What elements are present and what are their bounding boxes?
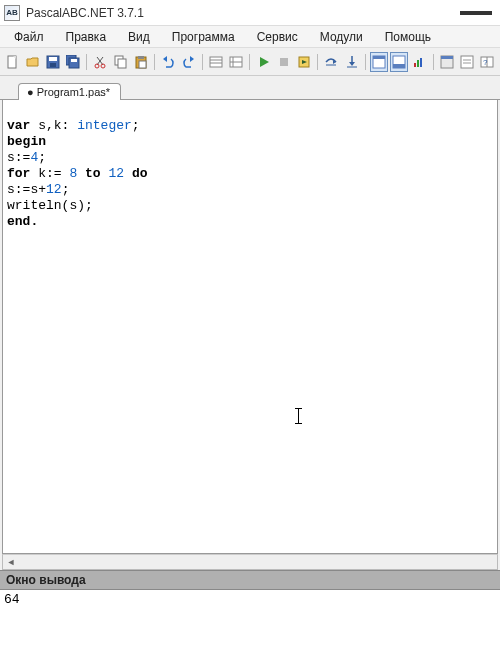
open-folder-icon[interactable]: [24, 52, 42, 72]
undo-icon[interactable]: [159, 52, 177, 72]
svg-rect-17: [139, 61, 146, 68]
menu-program[interactable]: Программа: [162, 28, 245, 46]
svg-rect-27: [280, 58, 288, 66]
svg-rect-45: [463, 59, 471, 61]
run-icon[interactable]: [255, 52, 273, 72]
menu-help[interactable]: Помощь: [375, 28, 441, 46]
paste-icon[interactable]: [132, 52, 150, 72]
panel2-icon[interactable]: [390, 52, 408, 72]
svg-rect-16: [138, 56, 144, 59]
separator: [315, 52, 321, 72]
window-title: PascalABC.NET 3.7.1: [26, 6, 456, 20]
svg-rect-20: [210, 57, 222, 67]
tabbar: ● Program1.pas*: [0, 76, 500, 100]
svg-rect-40: [417, 60, 419, 67]
svg-rect-38: [393, 64, 405, 68]
save-icon[interactable]: [44, 52, 62, 72]
code-editor[interactable]: var s,k: integer; begin s:=4; for k:= 8 …: [2, 100, 498, 554]
menubar: Файл Правка Вид Программа Сервис Модули …: [0, 26, 500, 48]
minimize-button[interactable]: [456, 2, 496, 24]
separator: [247, 52, 253, 72]
menu-file[interactable]: Файл: [4, 28, 54, 46]
step-over-icon[interactable]: [322, 52, 340, 72]
svg-rect-36: [373, 56, 385, 59]
cut-icon[interactable]: [92, 52, 110, 72]
app-icon: AB: [4, 5, 20, 21]
svg-marker-26: [260, 57, 269, 67]
stop-icon[interactable]: [275, 52, 293, 72]
editor-h-scrollbar[interactable]: ◄: [2, 554, 498, 570]
menu-modules[interactable]: Модули: [310, 28, 373, 46]
scroll-left-icon[interactable]: ◄: [3, 555, 19, 569]
svg-rect-4: [49, 57, 57, 61]
code-line-3: s:=4;: [7, 150, 46, 165]
window-icon[interactable]: [458, 52, 476, 72]
code-line-2: begin: [7, 134, 46, 149]
step-in-icon[interactable]: [343, 52, 361, 72]
menu-service[interactable]: Сервис: [247, 28, 308, 46]
new-file-icon[interactable]: [4, 52, 22, 72]
svg-rect-41: [420, 58, 422, 67]
output-text: 64: [4, 592, 20, 607]
output-panel-body[interactable]: 64: [0, 590, 500, 648]
chart-icon[interactable]: [410, 52, 428, 72]
svg-rect-46: [463, 62, 471, 64]
separator: [430, 52, 436, 72]
svg-marker-19: [190, 56, 194, 62]
text-cursor: [298, 408, 299, 424]
code-line-4: for k:= 8 to 12 do: [7, 166, 148, 181]
svg-marker-33: [349, 62, 355, 66]
properties2-icon[interactable]: [227, 52, 245, 72]
code-line-1: var s,k: integer;: [7, 118, 140, 133]
svg-text:?: ?: [483, 58, 488, 67]
form-icon[interactable]: [438, 52, 456, 72]
copy-icon[interactable]: [112, 52, 130, 72]
menu-view[interactable]: Вид: [118, 28, 160, 46]
svg-rect-14: [118, 59, 126, 68]
output-panel-header: Окно вывода: [0, 570, 500, 590]
panel1-icon[interactable]: [370, 52, 388, 72]
help-icon[interactable]: ?: [478, 52, 496, 72]
toolbar: ?: [0, 48, 500, 76]
compile-icon[interactable]: [295, 52, 313, 72]
svg-rect-39: [414, 63, 416, 67]
code-line-5: s:=s+12;: [7, 182, 69, 197]
separator: [363, 52, 369, 72]
svg-rect-8: [71, 59, 77, 62]
separator: [200, 52, 206, 72]
menu-edit[interactable]: Правка: [56, 28, 117, 46]
properties-icon[interactable]: [207, 52, 225, 72]
svg-rect-5: [50, 63, 56, 67]
save-all-icon[interactable]: [64, 52, 82, 72]
separator: [152, 52, 158, 72]
redo-icon[interactable]: [180, 52, 198, 72]
tab-modified-dot: ●: [27, 86, 34, 98]
separator: [84, 52, 90, 72]
titlebar: AB PascalABC.NET 3.7.1: [0, 0, 500, 26]
code-line-6: writeln(s);: [7, 198, 93, 213]
svg-rect-43: [441, 56, 453, 59]
code-line-7: end.: [7, 214, 38, 229]
tab-program1[interactable]: ● Program1.pas*: [18, 83, 121, 100]
tab-label: Program1.pas*: [37, 86, 110, 98]
svg-marker-18: [163, 56, 167, 62]
